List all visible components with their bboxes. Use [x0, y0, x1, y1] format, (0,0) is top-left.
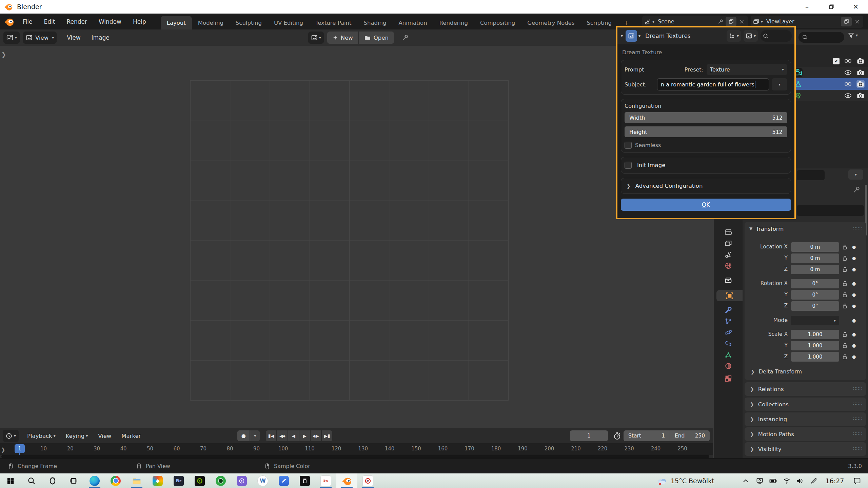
taskbar-app-bridge[interactable]: Br — [168, 473, 189, 488]
menu-edit[interactable]: Edit — [38, 14, 61, 29]
taskbar-app-search[interactable] — [21, 473, 42, 488]
workspace-tab-compositing[interactable]: Compositing — [474, 16, 521, 29]
image-browse-button[interactable]: ▾ — [744, 30, 758, 42]
properties-tab-scene[interactable] — [714, 249, 743, 260]
workspace-tab-sculpting[interactable]: Sculpting — [230, 16, 268, 29]
next-keyframe-button[interactable]: ◆▶ — [311, 430, 321, 441]
properties-tab-render[interactable] — [714, 226, 743, 238]
properties-tab-modifiers[interactable] — [714, 304, 743, 316]
timeline-menu-playback[interactable]: Playback▾ — [22, 428, 61, 444]
blender-app-icon[interactable] — [4, 17, 14, 27]
workspace-tab-geometry-nodes[interactable]: Geometry Nodes — [521, 16, 580, 29]
properties-tab-physics[interactable] — [714, 327, 743, 338]
properties-tab-material[interactable] — [714, 360, 743, 371]
volume-tray-icon[interactable] — [793, 473, 806, 488]
animate-dot[interactable]: ● — [852, 281, 856, 286]
play-reverse-button[interactable]: ◀ — [288, 430, 299, 441]
animate-dot[interactable]: ● — [852, 244, 856, 249]
animate-dot[interactable]: ● — [852, 318, 856, 323]
panel-grip[interactable]: ∷∷∷ — [853, 431, 863, 436]
editor-type-button[interactable]: ▾ — [3, 430, 19, 442]
lock-icon[interactable] — [842, 342, 848, 349]
panel-grip[interactable]: ∷∷∷ — [853, 401, 863, 406]
transform-value-field[interactable]: 0° — [791, 279, 839, 288]
timeline-menu-marker[interactable]: Marker — [116, 428, 146, 444]
panel-visibility[interactable]: ❯Visibility ∷∷∷ — [745, 442, 866, 456]
width-slider[interactable]: Width 512 — [625, 112, 787, 123]
workspace-tab-modeling[interactable]: Modeling — [192, 16, 230, 29]
transform-value-field[interactable]: 0° — [791, 290, 839, 300]
workspace-tab-scripting[interactable]: Scripting — [581, 16, 618, 29]
datablock-name-field[interactable] — [797, 205, 864, 216]
workspace-tab-shading[interactable]: Shading — [357, 16, 392, 29]
panel-grip[interactable]: ∷∷∷ — [853, 416, 863, 421]
properties-tab-particles[interactable] — [714, 316, 743, 327]
animate-dot[interactable]: ● — [852, 343, 856, 348]
battery-tray-icon[interactable] — [767, 473, 779, 488]
auto-key-record-button[interactable]: ● — [237, 430, 250, 441]
properties-dropdown-button[interactable]: ▾ — [848, 169, 863, 180]
taskbar-app-nvidia[interactable] — [189, 473, 210, 488]
properties-tab-collection[interactable] — [714, 274, 743, 286]
exclude-checkbox[interactable]: ✔ — [833, 58, 840, 64]
lock-icon[interactable] — [842, 291, 848, 298]
animate-dot[interactable]: ● — [852, 332, 856, 337]
lock-icon[interactable] — [842, 303, 848, 309]
init-image-checkbox[interactable] — [625, 162, 632, 169]
animate-dot[interactable]: ● — [852, 267, 856, 272]
timeline-menu-keying[interactable]: Keying▾ — [61, 428, 93, 444]
jump-start-button[interactable]: ▮◀ — [266, 430, 276, 441]
lock-icon[interactable] — [842, 266, 848, 273]
taskbar-app-task-view[interactable] — [63, 473, 84, 488]
taskbar-app-photos[interactable]: ◆ — [147, 473, 168, 488]
lock-icon[interactable] — [842, 353, 848, 360]
properties-tab-constraints[interactable] — [714, 338, 743, 349]
properties-pin-icon[interactable] — [852, 186, 861, 194]
panel-instancing[interactable]: ❯Instancing ∷∷∷ — [745, 412, 866, 426]
hide-eye-icon[interactable] — [844, 92, 852, 99]
transform-value-field[interactable]: 0 m — [791, 242, 839, 252]
display-tray-icon[interactable] — [753, 473, 766, 488]
taskbar-app-edge[interactable] — [84, 473, 105, 488]
timeline-menu-view[interactable]: View — [93, 428, 116, 444]
timeline-ruler[interactable]: 1020304050607080901001101201301401501601… — [0, 443, 713, 455]
render-visibility-camera-icon[interactable] — [856, 92, 865, 100]
tree-view-button[interactable]: ▾ — [727, 30, 741, 42]
start-frame-field[interactable]: Start 1 — [624, 430, 670, 441]
workspace-tab-uv-editing[interactable]: UV Editing — [268, 16, 309, 29]
image-editor-canvas[interactable]: ❯ — [0, 46, 713, 428]
ok-button[interactable]: OK — [621, 199, 791, 211]
open-image-button[interactable]: Open — [359, 32, 394, 44]
menu-window[interactable]: Window — [93, 14, 127, 29]
transform-value-field[interactable]: 0 m — [791, 253, 839, 263]
rotation-mode-dropdown[interactable]: ▾ — [791, 316, 839, 325]
pin-icon[interactable] — [401, 34, 409, 41]
animate-dot[interactable]: ● — [852, 303, 856, 308]
pen-tray-icon[interactable] — [808, 473, 820, 488]
properties-tab-object-data[interactable] — [714, 349, 743, 360]
menu-help[interactable]: Help — [127, 14, 152, 29]
timeline-scrollbar[interactable] — [1, 455, 709, 458]
pin-icon[interactable] — [717, 19, 724, 25]
close-button[interactable]: ✕ — [851, 2, 861, 12]
render-visibility-camera-icon[interactable] — [856, 80, 865, 88]
panel-grip[interactable]: ∷∷∷ — [853, 386, 863, 391]
lock-icon[interactable] — [842, 280, 848, 287]
transform-value-field[interactable]: 1.000 — [791, 352, 839, 362]
lock-icon[interactable] — [842, 244, 848, 250]
sidebar-expand-arrow[interactable]: ❯ — [1, 51, 6, 58]
weather-text[interactable]: 15°C Bewölkt — [671, 473, 738, 488]
tray-expand-chevron[interactable] — [740, 473, 751, 488]
menu-file[interactable]: File — [17, 14, 38, 29]
playhead[interactable]: 1 — [15, 444, 25, 453]
animate-dot[interactable]: ● — [852, 292, 856, 297]
new-viewlayer-button[interactable] — [841, 17, 852, 26]
display-mode-dropdown[interactable]: View ▾ — [23, 32, 57, 44]
taskbar-app-obs-purple[interactable] — [231, 473, 252, 488]
auto-key-dropdown[interactable]: ▾ — [250, 430, 260, 441]
taskbar-app-chrome[interactable] — [105, 473, 126, 488]
hide-eye-icon[interactable] — [844, 69, 852, 76]
taskbar-app-file-explorer[interactable] — [126, 473, 147, 488]
wifi-tray-icon[interactable] — [781, 473, 793, 488]
image-editor-menu-view[interactable]: View — [61, 34, 86, 41]
